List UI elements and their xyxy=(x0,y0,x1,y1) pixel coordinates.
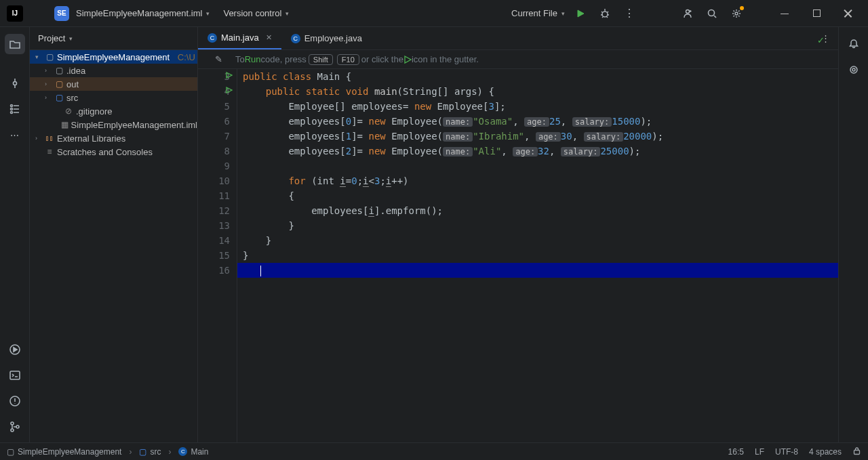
search-everywhere-icon[interactable] xyxy=(706,7,718,20)
tree-idea-folder[interactable]: ›▢.idea xyxy=(30,64,197,77)
editor-tabs: C Main.java ✕ C Employee.java ⋮ xyxy=(198,27,838,50)
project-tree[interactable]: ▾▢ SimpleEmplyeeManagement C:\U ›▢.idea … xyxy=(30,50,197,442)
java-class-icon: C xyxy=(208,33,217,43)
breadcrumb[interactable]: ▢SimpleEmplyeeManagement › ▢src › CMain xyxy=(7,447,208,457)
caret-position[interactable]: 16:5 xyxy=(728,447,744,457)
tree-scratches[interactable]: ≡Scratches and Consoles xyxy=(30,145,197,159)
git-tool-button[interactable] xyxy=(5,417,25,437)
commit-tool-button[interactable] xyxy=(5,73,25,93)
key-shift: Shift xyxy=(309,54,333,65)
tree-out-folder[interactable]: ›▢out xyxy=(30,77,197,91)
run-config-dropdown[interactable]: Current File▾ xyxy=(511,8,565,18)
tab-main-java[interactable]: C Main.java ✕ xyxy=(198,27,281,49)
svg-point-13 xyxy=(16,425,19,428)
settings-icon[interactable] xyxy=(730,7,743,20)
tree-gitignore[interactable]: ⊘.gitignore xyxy=(30,104,197,118)
pencil-icon: ✎ xyxy=(215,54,222,64)
svg-point-7 xyxy=(10,112,12,114)
main-menu-button[interactable] xyxy=(33,7,45,20)
svg-point-3 xyxy=(735,12,738,15)
svg-point-14 xyxy=(850,66,857,73)
close-window-button[interactable] xyxy=(844,9,853,18)
tree-root[interactable]: ▾▢ SimpleEmplyeeManagement C:\U xyxy=(30,50,197,64)
project-tool-button[interactable] xyxy=(5,34,25,54)
ai-assistant-button[interactable] xyxy=(844,60,864,80)
java-class-icon: C xyxy=(291,34,300,43)
project-tool-window: Project▾ ▾▢ SimpleEmplyeeManagement C:\U… xyxy=(30,27,198,442)
left-tool-rail: ⋯ xyxy=(0,27,30,442)
project-panel-header[interactable]: Project▾ xyxy=(30,27,197,50)
title-bar: IJ SE SimpleEmplyeeManagement.iml▾ Versi… xyxy=(0,0,868,27)
svg-point-6 xyxy=(10,108,12,110)
svg-point-11 xyxy=(11,422,14,425)
code-with-me-icon[interactable] xyxy=(682,7,694,20)
services-tool-button[interactable] xyxy=(5,339,25,360)
ide-logo: IJ xyxy=(7,5,23,22)
indent-setting[interactable]: 4 spaces xyxy=(809,447,842,457)
svg-point-2 xyxy=(709,9,715,16)
more-actions[interactable]: ⋮ xyxy=(623,7,635,20)
structure-tool-button[interactable] xyxy=(5,99,25,119)
svg-point-12 xyxy=(11,429,14,432)
right-tool-rail xyxy=(838,27,868,442)
tab-employee-java[interactable]: C Employee.java xyxy=(281,27,372,49)
problems-tool-button[interactable] xyxy=(5,391,25,411)
key-f10: F10 xyxy=(337,54,359,65)
more-tools-button[interactable]: ⋯ xyxy=(5,125,25,145)
readonly-toggle[interactable] xyxy=(852,446,861,457)
svg-point-15 xyxy=(852,68,855,71)
close-tab-icon[interactable]: ✕ xyxy=(266,33,272,42)
run-button[interactable] xyxy=(574,7,587,20)
status-bar: ▢SimpleEmplyeeManagement › ▢src › CMain … xyxy=(0,442,868,460)
debug-button[interactable] xyxy=(599,7,611,20)
svg-rect-16 xyxy=(854,450,860,454)
version-control-dropdown[interactable]: Version control▾ xyxy=(223,8,289,18)
code-editor[interactable]: public class Main { public static void m… xyxy=(237,69,838,442)
line-ending[interactable]: LF xyxy=(755,447,764,457)
svg-point-1 xyxy=(686,9,690,13)
svg-point-0 xyxy=(602,12,608,17)
svg-point-5 xyxy=(10,105,12,107)
svg-point-4 xyxy=(13,82,16,85)
tree-iml[interactable]: ▦SimpleEmplyeeManagement.iml xyxy=(30,118,197,131)
notifications-button[interactable] xyxy=(844,34,864,54)
minimize-button[interactable] xyxy=(781,9,790,18)
inspection-ok-icon[interactable]: ✓ xyxy=(817,35,825,45)
project-badge: SE xyxy=(54,6,69,21)
terminal-tool-button[interactable] xyxy=(5,365,25,385)
tree-src-folder[interactable]: ›▢src xyxy=(30,91,197,104)
run-hint-bar: ✎ To Run code, press Shift F10 or click … xyxy=(198,50,838,69)
editor-area: C Main.java ✕ C Employee.java ⋮ ✎ To Run… xyxy=(198,27,838,442)
maximize-button[interactable] xyxy=(813,9,821,17)
svg-rect-9 xyxy=(10,371,20,379)
file-encoding[interactable]: UTF-8 xyxy=(775,447,798,457)
project-dropdown[interactable]: SimpleEmplyeeManagement.iml▾ xyxy=(76,8,210,18)
editor-gutter[interactable]: 3 4 5 6 7 8 9 10 11 12 13 14 15 16 xyxy=(198,69,237,442)
tree-external-libs[interactable]: ›⫾⫾External Libraries xyxy=(30,131,197,145)
